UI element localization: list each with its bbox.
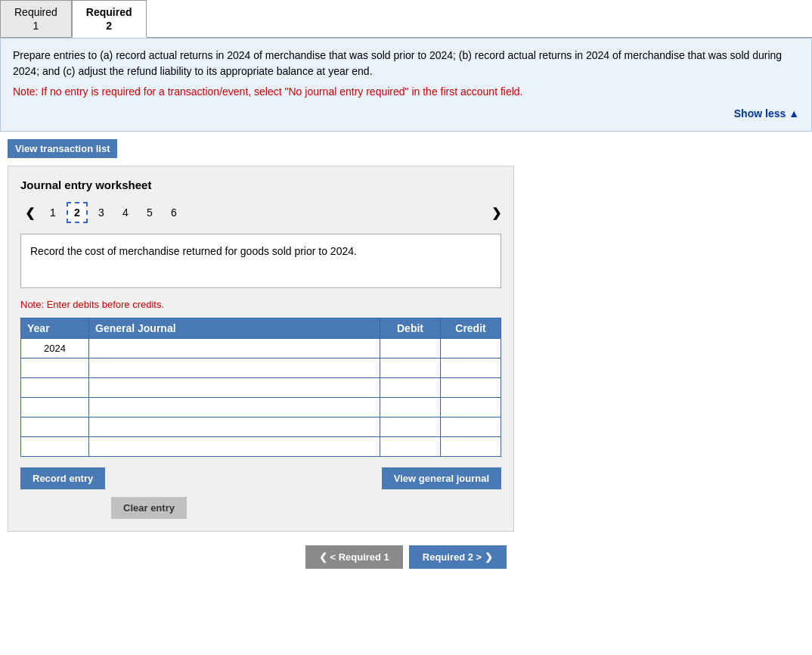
journal-cell-4[interactable] [89, 398, 380, 418]
journal-input-6[interactable] [94, 439, 375, 454]
table-row [21, 418, 501, 437]
year-cell-3 [21, 378, 89, 398]
debit-cell-2[interactable] [380, 359, 441, 378]
col-debit-header: Debit [380, 318, 441, 339]
journal-input-3[interactable] [94, 380, 375, 395]
action-buttons-row: Record entry View general journal [20, 467, 501, 489]
view-transaction-btn[interactable]: View transaction list [8, 139, 117, 158]
nav-row: ❮ 1 2 3 4 5 6 ❯ [20, 202, 501, 223]
instructions-box: Prepare entries to (a) record actual ret… [0, 38, 812, 132]
year-cell-6 [21, 437, 89, 457]
nav-num-2[interactable]: 2 [67, 202, 88, 223]
table-row [21, 398, 501, 418]
year-cell-4 [21, 398, 89, 418]
credit-input-6[interactable] [445, 439, 496, 454]
record-entry-button[interactable]: Record entry [20, 467, 105, 489]
clear-entry-button[interactable]: Clear entry [111, 497, 187, 519]
journal-input-1[interactable] [94, 341, 375, 355]
credit-input-4[interactable] [445, 400, 496, 414]
credit-input-5[interactable] [445, 420, 496, 434]
table-row [21, 359, 501, 378]
required1-label: < Required 1 [330, 551, 389, 563]
debit-input-1[interactable] [385, 341, 435, 355]
journal-cell-2[interactable] [89, 359, 380, 378]
worksheet-container: Journal entry worksheet ❮ 1 2 3 4 5 6 ❯ … [8, 166, 514, 532]
credit-cell-6[interactable] [441, 437, 501, 457]
clear-entry-wrapper: Clear entry [20, 497, 501, 519]
journal-input-5[interactable] [94, 420, 375, 434]
debit-input-4[interactable] [385, 400, 435, 414]
chevron-left-icon: ❮ [319, 551, 327, 563]
debit-cell-5[interactable] [380, 418, 441, 437]
tab-required1[interactable]: Required1 [0, 0, 72, 37]
year-cell-5 [21, 418, 89, 437]
debit-credit-note: Note: Enter debits before credits. [20, 299, 501, 310]
nav-num-4[interactable]: 4 [115, 202, 136, 223]
credit-cell-3[interactable] [441, 378, 501, 398]
col-journal-header: General Journal [89, 318, 380, 339]
journal-input-2[interactable] [94, 361, 375, 375]
entry-description: Record the cost of merchandise returned … [20, 234, 501, 288]
debit-cell-1[interactable] [380, 339, 441, 359]
bottom-nav: ❮ < Required 1 Required 2 > ❯ [0, 545, 812, 584]
required2-nav-button[interactable]: Required 2 > ❯ [409, 545, 507, 569]
show-less-button[interactable]: Show less ▲ [13, 106, 799, 122]
nav-num-6[interactable]: 6 [163, 202, 184, 223]
debit-cell-4[interactable] [380, 398, 441, 418]
year-cell-1: 2024 [21, 339, 89, 359]
table-row [21, 378, 501, 398]
col-credit-header: Credit [441, 318, 501, 339]
credit-input-2[interactable] [445, 361, 496, 375]
view-general-journal-button[interactable]: View general journal [382, 467, 501, 489]
nav-prev-arrow[interactable]: ❮ [20, 204, 39, 222]
required1-nav-button[interactable]: ❮ < Required 1 [305, 545, 403, 569]
credit-cell-1[interactable] [441, 339, 501, 359]
nav-num-5[interactable]: 5 [139, 202, 160, 223]
tab-required2[interactable]: Required2 [72, 0, 147, 38]
journal-table: Year General Journal Debit Credit 2024 [20, 318, 501, 457]
debit-input-5[interactable] [385, 420, 435, 434]
debit-cell-3[interactable] [380, 378, 441, 398]
credit-cell-5[interactable] [441, 418, 501, 437]
journal-cell-5[interactable] [89, 418, 380, 437]
credit-input-3[interactable] [445, 380, 496, 395]
year-cell-2 [21, 359, 89, 378]
credit-cell-2[interactable] [441, 359, 501, 378]
required2-label: Required 2 > [423, 551, 482, 563]
chevron-right-icon: ❯ [485, 551, 493, 563]
journal-cell-3[interactable] [89, 378, 380, 398]
journal-cell-1[interactable] [89, 339, 380, 359]
credit-input-1[interactable] [445, 341, 496, 355]
instructions-red-note: Note: If no entry is required for a tran… [13, 84, 799, 100]
debit-input-6[interactable] [385, 439, 435, 454]
debit-input-2[interactable] [385, 361, 435, 375]
instructions-main-text: Prepare entries to (a) record actual ret… [13, 48, 799, 79]
credit-cell-4[interactable] [441, 398, 501, 418]
nav-next-arrow[interactable]: ❯ [491, 206, 501, 220]
debit-input-3[interactable] [385, 380, 435, 395]
nav-num-3[interactable]: 3 [91, 202, 112, 223]
tabs-row: Required1 Required2 [0, 0, 812, 38]
worksheet-title: Journal entry worksheet [20, 178, 501, 191]
debit-cell-6[interactable] [380, 437, 441, 457]
table-row: 2024 [21, 339, 501, 359]
journal-cell-6[interactable] [89, 437, 380, 457]
nav-num-1[interactable]: 1 [42, 202, 64, 223]
table-row [21, 437, 501, 457]
journal-input-4[interactable] [94, 400, 375, 414]
col-year-header: Year [21, 318, 89, 339]
